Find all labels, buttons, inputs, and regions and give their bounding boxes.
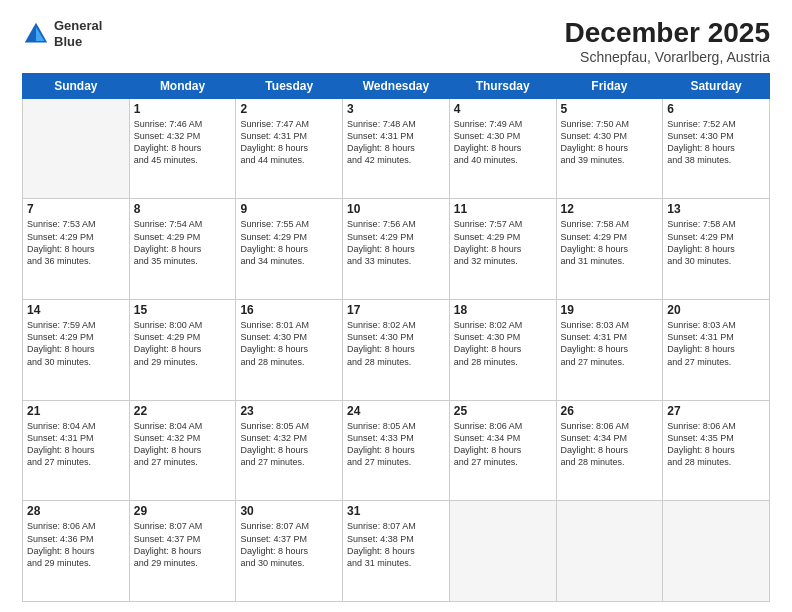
week-row-3: 14Sunrise: 7:59 AM Sunset: 4:29 PM Dayli… xyxy=(23,300,770,401)
location-subtitle: Schnepfau, Vorarlberg, Austria xyxy=(565,49,770,65)
day-info: Sunrise: 8:01 AM Sunset: 4:30 PM Dayligh… xyxy=(240,319,338,368)
day-number: 7 xyxy=(27,202,125,216)
day-number: 6 xyxy=(667,102,765,116)
calendar-cell: 4Sunrise: 7:49 AM Sunset: 4:30 PM Daylig… xyxy=(449,98,556,199)
day-number: 11 xyxy=(454,202,552,216)
week-row-1: 1Sunrise: 7:46 AM Sunset: 4:32 PM Daylig… xyxy=(23,98,770,199)
day-number: 18 xyxy=(454,303,552,317)
calendar-cell: 9Sunrise: 7:55 AM Sunset: 4:29 PM Daylig… xyxy=(236,199,343,300)
calendar-cell: 25Sunrise: 8:06 AM Sunset: 4:34 PM Dayli… xyxy=(449,400,556,501)
calendar-cell xyxy=(23,98,130,199)
day-number: 20 xyxy=(667,303,765,317)
calendar-cell: 22Sunrise: 8:04 AM Sunset: 4:32 PM Dayli… xyxy=(129,400,236,501)
day-info: Sunrise: 7:57 AM Sunset: 4:29 PM Dayligh… xyxy=(454,218,552,267)
calendar-cell: 8Sunrise: 7:54 AM Sunset: 4:29 PM Daylig… xyxy=(129,199,236,300)
calendar-cell: 14Sunrise: 7:59 AM Sunset: 4:29 PM Dayli… xyxy=(23,300,130,401)
day-info: Sunrise: 7:58 AM Sunset: 4:29 PM Dayligh… xyxy=(561,218,659,267)
header: General Blue December 2025 Schnepfau, Vo… xyxy=(22,18,770,65)
day-info: Sunrise: 7:47 AM Sunset: 4:31 PM Dayligh… xyxy=(240,118,338,167)
calendar-cell: 2Sunrise: 7:47 AM Sunset: 4:31 PM Daylig… xyxy=(236,98,343,199)
calendar-cell: 29Sunrise: 8:07 AM Sunset: 4:37 PM Dayli… xyxy=(129,501,236,602)
logo-line1: General xyxy=(54,18,102,34)
calendar-cell: 28Sunrise: 8:06 AM Sunset: 4:36 PM Dayli… xyxy=(23,501,130,602)
day-number: 3 xyxy=(347,102,445,116)
day-info: Sunrise: 7:46 AM Sunset: 4:32 PM Dayligh… xyxy=(134,118,232,167)
day-number: 5 xyxy=(561,102,659,116)
day-info: Sunrise: 8:06 AM Sunset: 4:36 PM Dayligh… xyxy=(27,520,125,569)
day-number: 31 xyxy=(347,504,445,518)
calendar-table: SundayMondayTuesdayWednesdayThursdayFrid… xyxy=(22,73,770,602)
calendar-cell: 31Sunrise: 8:07 AM Sunset: 4:38 PM Dayli… xyxy=(343,501,450,602)
day-info: Sunrise: 8:03 AM Sunset: 4:31 PM Dayligh… xyxy=(561,319,659,368)
calendar-cell: 10Sunrise: 7:56 AM Sunset: 4:29 PM Dayli… xyxy=(343,199,450,300)
day-header-thursday: Thursday xyxy=(449,73,556,98)
day-number: 21 xyxy=(27,404,125,418)
day-number: 30 xyxy=(240,504,338,518)
day-header-monday: Monday xyxy=(129,73,236,98)
logo: General Blue xyxy=(22,18,102,49)
day-number: 12 xyxy=(561,202,659,216)
day-info: Sunrise: 7:55 AM Sunset: 4:29 PM Dayligh… xyxy=(240,218,338,267)
day-info: Sunrise: 8:04 AM Sunset: 4:32 PM Dayligh… xyxy=(134,420,232,469)
day-info: Sunrise: 7:56 AM Sunset: 4:29 PM Dayligh… xyxy=(347,218,445,267)
calendar-cell: 12Sunrise: 7:58 AM Sunset: 4:29 PM Dayli… xyxy=(556,199,663,300)
day-header-tuesday: Tuesday xyxy=(236,73,343,98)
week-row-5: 28Sunrise: 8:06 AM Sunset: 4:36 PM Dayli… xyxy=(23,501,770,602)
day-number: 19 xyxy=(561,303,659,317)
day-info: Sunrise: 8:02 AM Sunset: 4:30 PM Dayligh… xyxy=(454,319,552,368)
day-number: 16 xyxy=(240,303,338,317)
calendar-header-row: SundayMondayTuesdayWednesdayThursdayFrid… xyxy=(23,73,770,98)
day-number: 17 xyxy=(347,303,445,317)
calendar-cell: 21Sunrise: 8:04 AM Sunset: 4:31 PM Dayli… xyxy=(23,400,130,501)
calendar-cell: 16Sunrise: 8:01 AM Sunset: 4:30 PM Dayli… xyxy=(236,300,343,401)
calendar-cell: 1Sunrise: 7:46 AM Sunset: 4:32 PM Daylig… xyxy=(129,98,236,199)
calendar-cell xyxy=(663,501,770,602)
calendar-cell xyxy=(449,501,556,602)
month-title: December 2025 xyxy=(565,18,770,49)
day-number: 10 xyxy=(347,202,445,216)
day-info: Sunrise: 8:07 AM Sunset: 4:37 PM Dayligh… xyxy=(240,520,338,569)
day-header-friday: Friday xyxy=(556,73,663,98)
day-info: Sunrise: 8:05 AM Sunset: 4:33 PM Dayligh… xyxy=(347,420,445,469)
calendar-cell: 26Sunrise: 8:06 AM Sunset: 4:34 PM Dayli… xyxy=(556,400,663,501)
calendar-cell: 5Sunrise: 7:50 AM Sunset: 4:30 PM Daylig… xyxy=(556,98,663,199)
week-row-4: 21Sunrise: 8:04 AM Sunset: 4:31 PM Dayli… xyxy=(23,400,770,501)
day-info: Sunrise: 8:07 AM Sunset: 4:38 PM Dayligh… xyxy=(347,520,445,569)
day-number: 27 xyxy=(667,404,765,418)
day-info: Sunrise: 8:04 AM Sunset: 4:31 PM Dayligh… xyxy=(27,420,125,469)
title-block: December 2025 Schnepfau, Vorarlberg, Aus… xyxy=(565,18,770,65)
day-info: Sunrise: 8:05 AM Sunset: 4:32 PM Dayligh… xyxy=(240,420,338,469)
day-number: 15 xyxy=(134,303,232,317)
logo-text: General Blue xyxy=(54,18,102,49)
calendar-cell: 15Sunrise: 8:00 AM Sunset: 4:29 PM Dayli… xyxy=(129,300,236,401)
day-info: Sunrise: 7:53 AM Sunset: 4:29 PM Dayligh… xyxy=(27,218,125,267)
page: General Blue December 2025 Schnepfau, Vo… xyxy=(0,0,792,612)
day-number: 22 xyxy=(134,404,232,418)
calendar-cell: 30Sunrise: 8:07 AM Sunset: 4:37 PM Dayli… xyxy=(236,501,343,602)
day-number: 2 xyxy=(240,102,338,116)
calendar-cell: 23Sunrise: 8:05 AM Sunset: 4:32 PM Dayli… xyxy=(236,400,343,501)
day-info: Sunrise: 8:06 AM Sunset: 4:34 PM Dayligh… xyxy=(561,420,659,469)
day-info: Sunrise: 8:07 AM Sunset: 4:37 PM Dayligh… xyxy=(134,520,232,569)
calendar-cell: 6Sunrise: 7:52 AM Sunset: 4:30 PM Daylig… xyxy=(663,98,770,199)
day-number: 4 xyxy=(454,102,552,116)
day-info: Sunrise: 7:54 AM Sunset: 4:29 PM Dayligh… xyxy=(134,218,232,267)
day-header-wednesday: Wednesday xyxy=(343,73,450,98)
day-number: 23 xyxy=(240,404,338,418)
day-info: Sunrise: 8:06 AM Sunset: 4:34 PM Dayligh… xyxy=(454,420,552,469)
day-number: 26 xyxy=(561,404,659,418)
day-header-saturday: Saturday xyxy=(663,73,770,98)
week-row-2: 7Sunrise: 7:53 AM Sunset: 4:29 PM Daylig… xyxy=(23,199,770,300)
logo-icon xyxy=(22,20,50,48)
day-info: Sunrise: 7:59 AM Sunset: 4:29 PM Dayligh… xyxy=(27,319,125,368)
calendar-cell: 19Sunrise: 8:03 AM Sunset: 4:31 PM Dayli… xyxy=(556,300,663,401)
day-number: 25 xyxy=(454,404,552,418)
day-info: Sunrise: 7:58 AM Sunset: 4:29 PM Dayligh… xyxy=(667,218,765,267)
day-number: 24 xyxy=(347,404,445,418)
day-info: Sunrise: 7:49 AM Sunset: 4:30 PM Dayligh… xyxy=(454,118,552,167)
day-header-sunday: Sunday xyxy=(23,73,130,98)
day-number: 8 xyxy=(134,202,232,216)
calendar-cell xyxy=(556,501,663,602)
calendar-cell: 18Sunrise: 8:02 AM Sunset: 4:30 PM Dayli… xyxy=(449,300,556,401)
calendar-cell: 17Sunrise: 8:02 AM Sunset: 4:30 PM Dayli… xyxy=(343,300,450,401)
